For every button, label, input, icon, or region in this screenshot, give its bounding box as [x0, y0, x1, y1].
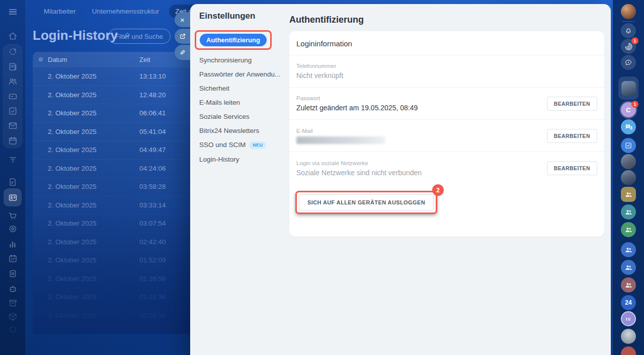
crm-document-icon[interactable]: [6, 175, 19, 188]
settings-menu-item[interactable]: SSO und SCIMNEU: [199, 141, 282, 149]
pulse-feed-icon[interactable]: 1: [621, 39, 636, 54]
contact-card-icon-active[interactable]: [4, 188, 22, 206]
inventory-box-icon[interactable]: [6, 310, 19, 323]
field-row-email: E-Mail BEARBEITEN: [289, 120, 604, 152]
field-row-soziale-netzwerke: Login via soziale Netzwerke Soziale Netz…: [289, 152, 604, 184]
sales-cart-icon[interactable]: [6, 209, 19, 222]
row-date: 2. Oktober 2025: [48, 183, 139, 190]
group-chat-mauve-icon[interactable]: [621, 277, 636, 293]
edit-email-button[interactable]: BEARBEITEN: [547, 129, 597, 143]
chat-avatar-photo-2[interactable]: [621, 170, 636, 185]
annotation-box-logout: SICH AUF ALLEN GERÄTEN AUSLOGGEN: [295, 191, 437, 214]
pulse-icon[interactable]: [6, 45, 19, 58]
open-in-new-window-icon[interactable]: [175, 29, 190, 44]
nav-item-mitarbeiter[interactable]: Mitarbeiter: [38, 5, 82, 18]
row-date: 2. Oktober 2025: [48, 275, 139, 282]
row-date: 2. Oktober 2025: [48, 312, 139, 319]
menu-item-authentifizierung-active[interactable]: Authentifizierung: [200, 34, 267, 46]
news-feed-icon[interactable]: [6, 60, 19, 73]
settings-modal: × Einstellungen Authentifizierung Synchr…: [190, 4, 611, 355]
group-chat-blue-2-icon[interactable]: [621, 260, 636, 275]
sidebar-divider: [622, 21, 635, 22]
row-date: 2. Oktober 2025: [48, 73, 139, 80]
schedule-icon[interactable]: [6, 252, 19, 265]
chat-reply-icon[interactable]: [621, 55, 636, 70]
menu-item-label: SSO und SCIM: [199, 141, 246, 149]
drive-icon[interactable]: [6, 90, 19, 103]
chat-counter-24[interactable]: 24: [621, 295, 636, 310]
nav-item-unternehmensstruktur[interactable]: Unternehmensstruktur: [86, 5, 166, 18]
column-header-datum[interactable]: Datum: [48, 56, 139, 63]
field-label: E-Mail: [296, 128, 385, 134]
copy-link-icon[interactable]: [175, 45, 190, 60]
marketing-target-icon[interactable]: [6, 222, 19, 235]
login-information-card: Logininformation Telefonnummer Nicht ver…: [289, 31, 604, 237]
settings-menu-item[interactable]: Login-History: [199, 156, 282, 163]
settings-menu-item[interactable]: Bitrix24 Newsletters: [199, 127, 282, 134]
email-value-redacted: [296, 136, 385, 144]
logout-all-devices-button[interactable]: SICH AUF ALLEN GERÄTEN AUSLOGGEN: [299, 194, 434, 210]
settings-menu-item[interactable]: Synchronisierung: [199, 56, 282, 64]
table-settings-gear-icon[interactable]: [37, 56, 44, 63]
chat-avatar-red[interactable]: [621, 346, 636, 355]
settings-menu-title: Einstellungen: [199, 11, 282, 21]
tasks-chat-icon[interactable]: [621, 138, 636, 153]
menu-item-label: Synchronisierung: [199, 56, 252, 64]
row-date: 2. Oktober 2025: [48, 109, 139, 117]
row-date: 2. Oktober 2025: [48, 201, 139, 209]
menu-item-label: Sicherheit: [199, 85, 229, 92]
group-chat-green-icon[interactable]: [621, 222, 636, 237]
notifications-bell-icon[interactable]: [621, 23, 636, 38]
menu-item-label: Bitrix24 Newsletters: [199, 127, 259, 134]
row-date: 2. Oktober 2025: [48, 256, 139, 264]
more-icon[interactable]: [6, 323, 19, 336]
card-title: Logininformation: [289, 31, 604, 55]
row-date: 2. Oktober 2025: [48, 91, 139, 99]
chat-initials: IV: [626, 316, 631, 322]
edit-password-button[interactable]: BEARBEITEN: [547, 97, 597, 111]
automation-device-icon[interactable]: [6, 267, 19, 280]
workflows-icon[interactable]: [6, 153, 19, 166]
ai-robot-icon[interactable]: [6, 282, 19, 295]
warehouse-icon[interactable]: [6, 296, 19, 309]
field-row-passwort: Passwort Zuletzt geändert am 19.05.2025,…: [289, 88, 604, 120]
group-chat-olive-icon[interactable]: [621, 187, 636, 202]
home-icon[interactable]: [6, 29, 19, 42]
calendar-icon[interactable]: [6, 134, 19, 147]
mail-icon[interactable]: [6, 119, 19, 132]
settings-menu-item[interactable]: Passwörter der Anwendu...: [199, 70, 282, 78]
pulse-badge: 1: [631, 37, 638, 44]
field-label: Passwort: [296, 95, 418, 101]
annotation-step-badge: 2: [432, 184, 444, 196]
authentication-content-panel: Authentifizierung Logininformation Telef…: [282, 4, 611, 355]
menu-item-label: E-Mails leiten: [199, 99, 240, 106]
row-date: 2. Oktober 2025: [48, 220, 139, 227]
close-icon[interactable]: ×: [175, 12, 190, 27]
menu-icon[interactable]: [6, 5, 19, 18]
edit-social-login-button[interactable]: BEARBEITEN: [547, 161, 597, 175]
counter-label: 24: [625, 299, 631, 306]
row-date: 2. Oktober 2025: [48, 238, 139, 246]
page-title-text: Login-History: [33, 28, 118, 43]
user-avatar[interactable]: [621, 4, 636, 19]
neu-badge: NEU: [249, 141, 266, 149]
group-chat-teal-icon[interactable]: [621, 204, 636, 220]
row-date: 2. Oktober 2025: [48, 146, 139, 154]
group-chat-blue-1-icon[interactable]: [621, 242, 636, 257]
chat-avatar-c[interactable]: C1: [621, 102, 636, 117]
profile-avatar[interactable]: [618, 77, 638, 100]
tasks-icon[interactable]: [6, 104, 19, 117]
settings-menu-item[interactable]: Soziale Services: [199, 113, 282, 120]
employees-icon[interactable]: [6, 75, 19, 88]
settings-menu-item[interactable]: E-Mails leiten: [199, 99, 282, 106]
messenger-icon[interactable]: [621, 119, 636, 134]
chat-avatar-photo-1[interactable]: [621, 154, 636, 169]
chat-avatar-iv[interactable]: IV: [621, 311, 636, 326]
settings-menu-item[interactable]: Sicherheit: [199, 85, 282, 92]
chat-c-badge: 1: [631, 101, 638, 108]
menu-item-label: Passwörter der Anwendu...: [199, 70, 280, 78]
chat-avatar-cat[interactable]: [621, 329, 636, 344]
search-input[interactable]: [108, 29, 171, 44]
field-label: Telefonnummer: [296, 63, 343, 69]
analytics-chart-icon[interactable]: [6, 237, 19, 250]
